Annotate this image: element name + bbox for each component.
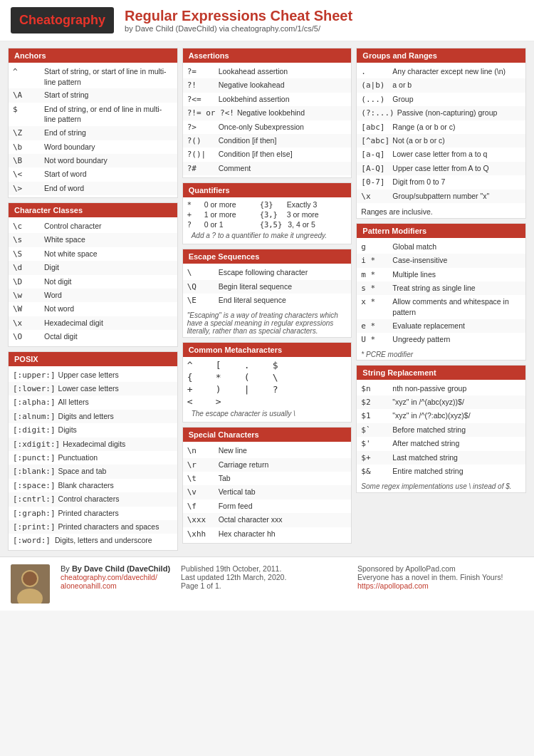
column-2: Assertions ?=Lookahead assertion ?!Negat… (180, 48, 355, 551)
main-content: Anchors ^Start of string, or start of li… (0, 42, 534, 556)
anchor-sym-4: \Z (13, 128, 41, 138)
section-anchors: Anchors ^Start of string, or start of li… (8, 48, 178, 198)
posix-row-2: [:lower:]Lower case letters (9, 382, 177, 395)
assertions-header: Assertions (183, 48, 352, 63)
pm-row-2: i *Case-insensitive (357, 254, 525, 267)
quantifiers-header: Quantifiers (183, 183, 352, 197)
anchor-desc-6: Not word boundary (44, 155, 173, 166)
assert-row-7: ?()|Condition [if then else] (183, 147, 352, 161)
cc-row-3: \SNot white space (9, 247, 177, 261)
sp-row-6: \xxxOctal character xxx (183, 513, 352, 527)
svg-point-3 (23, 571, 37, 586)
sp-row-5: \fForm feed (183, 499, 352, 513)
gr-row-8: [A-Q]Upper case letter from A to Q (357, 162, 525, 175)
posix-row-8: [:blank:]Space and tab (9, 465, 177, 478)
sr-row-7: $&Entire matched string (357, 465, 525, 478)
pattern-mod-header: Pattern Modifiers (357, 224, 525, 238)
anchor-row-7: \<Start of word (9, 167, 177, 181)
footer-link-2[interactable]: aloneonahill.com (61, 581, 170, 590)
anchors-body: ^Start of string, or start of line in mu… (9, 63, 177, 197)
sponsor-desc: Everyone has a novel in them. Finish You… (357, 573, 523, 581)
footer-published: Published 19th October, 2011. Last updat… (181, 564, 347, 590)
section-char-classes: Character Classes \cControl character \s… (8, 202, 178, 347)
section-pattern-mod: Pattern Modifiers gGlobal match i *Case-… (356, 223, 526, 361)
pcre-note: * PCRE modifier (357, 349, 525, 360)
assertions-body: ?=Lookahead assertion ?!Negative lookahe… (183, 63, 352, 177)
posix-row-1: [:upper:]Upper case letters (9, 368, 177, 382)
anchor-row-3: $End of string, or end of line in multi-… (9, 103, 177, 126)
ranges-note: Ranges are inclusive. (357, 205, 525, 218)
anchor-sym-6: \B (13, 155, 41, 166)
sr-row-5: $'After matched string (357, 437, 525, 450)
footer: By By Dave Child (DaveChild) cheatograph… (0, 556, 534, 611)
section-metachar: Common Metacharacters ^ [ . $ { * ( \ + … (182, 342, 352, 423)
column-1: Anchors ^Start of string, or start of li… (6, 48, 180, 551)
section-quantifiers: Quantifiers * 0 or more {3} Exactly 3 + … (182, 182, 352, 244)
meta-row-1: ^ [ . $ (187, 359, 347, 371)
anchor-sym-7: \< (13, 169, 41, 180)
q-row-2: + 1 or more {3,} 3 or more (187, 209, 347, 219)
gr-row-10: \xGroup/subpattern number "x" (357, 190, 525, 203)
footer-sponsor: Sponsored by ApolloPad.com Everyone has … (357, 564, 523, 590)
logo: Cheatography (11, 7, 114, 33)
string-replace-body: $nnth non-passive group $2"xyz" in /^(ab… (357, 380, 525, 481)
posix-row-4: [:alnum:]Digits and letters (9, 410, 177, 423)
anchor-desc-7: Start of word (44, 169, 173, 180)
gr-row-9: [0-7]Digit from 0 to 7 (357, 175, 525, 189)
meta-row-2: { * ( \ (187, 371, 347, 383)
pattern-mod-body: gGlobal match i *Case-insensitive m *Mul… (357, 238, 525, 349)
gr-row-6: [^abc]Not (a or b or c) (357, 134, 525, 147)
cc-row-7: \WNot word (9, 302, 177, 316)
posix-row-3: [:alpha:]All letters (9, 395, 177, 409)
sr-row-2: $2"xyz" in /^(abc(xyz))$/ (357, 395, 525, 409)
anchor-sym-5: \b (13, 142, 41, 152)
sponsor-link[interactable]: https://apollopad.com (357, 581, 429, 590)
page-subtitle: by Dave Child (DaveChild) via cheatograp… (125, 24, 352, 33)
pm-row-7: U *Ungreedy pattern (357, 333, 525, 346)
footer-link-1[interactable]: cheatography.com/davechild/ (61, 573, 170, 581)
cc-row-9: \OOctal digit (9, 330, 177, 343)
assert-row-6: ?()Condition [if then] (183, 134, 352, 147)
metachar-header: Common Metacharacters (183, 343, 352, 357)
cc-row-5: \DNot digit (9, 275, 177, 289)
posix-row-5: [:digit:]Digits (9, 423, 177, 437)
sr-row-4: $`Before matched string (357, 423, 525, 437)
special-header: Special Characters (183, 428, 352, 442)
column-3: Groups and Ranges .Any character except … (354, 48, 528, 551)
anchor-desc-4: End of string (44, 128, 173, 138)
assert-row-8: ?#Comment (183, 162, 352, 175)
gr-row-3: (...)Group (357, 93, 525, 106)
special-body: \nNew line \rCarriage return \tTab \vVer… (183, 442, 352, 543)
gr-row-7: [a-q]Lower case letter from a to q (357, 147, 525, 161)
assert-row-2: ?!Negative lookahead (183, 78, 352, 92)
section-string-replace: String Replacement $nnth non-passive gro… (356, 365, 526, 494)
sp-row-7: \xhhHex character hh (183, 527, 352, 541)
esc-row-1: \Escape following character (183, 266, 352, 279)
cc-row-6: \wWord (9, 289, 177, 302)
section-assertions: Assertions ?=Lookahead assertion ?!Negat… (182, 48, 352, 178)
section-groups: Groups and Ranges .Any character except … (356, 48, 526, 219)
anchor-row-6: \BNot word boundary (9, 154, 177, 167)
sr-row-1: $nnth non-passive group (357, 382, 525, 395)
sp-row-1: \nNew line (183, 444, 352, 457)
anchor-desc-5: Word boundary (44, 142, 173, 152)
posix-row-6: [:xdigit:]Hexadecimal digits (9, 437, 177, 451)
sponsor-title: Sponsored by ApolloPad.com (357, 564, 523, 573)
char-classes-header: Character Classes (9, 203, 177, 217)
cc-row-4: \dDigit (9, 261, 177, 274)
groups-body: .Any character except new line (\n) (a|b… (357, 63, 525, 205)
pm-row-4: s *Treat string as single line (357, 281, 525, 295)
published-date: Published 19th October, 2011. (181, 564, 347, 573)
anchor-row-4: \ZEnd of string (9, 126, 177, 140)
assert-row-3: ?<=Lookbehind assertion (183, 93, 352, 106)
anchor-sym-1: ^ (13, 66, 41, 87)
char-classes-body: \cControl character \sWhite space \SNot … (9, 217, 177, 346)
q-row-3: ? 0 or 1 {3,5} 3, 4 or 5 (187, 219, 347, 229)
posix-row-12: [:print:]Printed characters and spaces (9, 520, 177, 534)
posix-row-10: [:cntrl:]Control characters (9, 492, 177, 506)
page-title: Regular Expressions Cheat Sheet (125, 8, 352, 24)
groups-header: Groups and Ranges (357, 48, 525, 63)
anchor-sym-8: \> (13, 183, 41, 194)
logo-text: Cheatography (19, 13, 105, 27)
header: Cheatography Regular Expressions Cheat S… (0, 0, 534, 42)
